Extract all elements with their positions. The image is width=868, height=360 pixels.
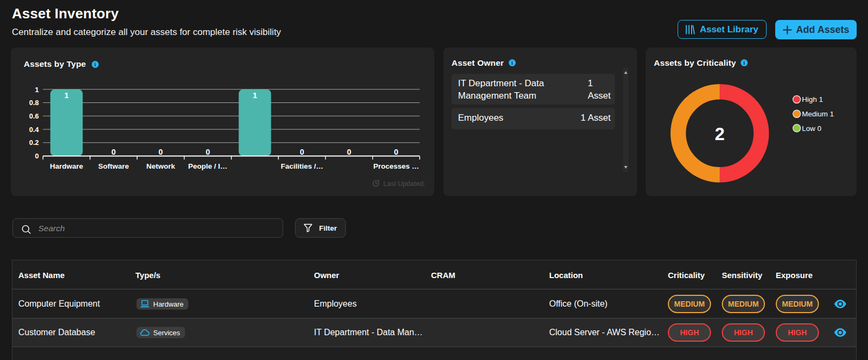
svg-text:0.6: 0.6 bbox=[29, 112, 39, 120]
svg-text:0: 0 bbox=[206, 148, 210, 156]
svg-text:0: 0 bbox=[394, 148, 398, 156]
svg-text:0: 0 bbox=[300, 148, 304, 156]
svg-text:High 1: High 1 bbox=[802, 95, 823, 103]
svg-text:Last Updated:: Last Updated: bbox=[384, 180, 426, 188]
svg-text:Software: Software bbox=[98, 162, 129, 170]
svg-text:0: 0 bbox=[159, 148, 163, 156]
svg-text:1: 1 bbox=[35, 86, 39, 94]
svg-text:0.4: 0.4 bbox=[29, 126, 39, 134]
svg-text:Hardware: Hardware bbox=[50, 162, 84, 170]
svg-text:2: 2 bbox=[715, 124, 725, 144]
svg-text:1: 1 bbox=[252, 91, 257, 100]
svg-text:1: 1 bbox=[64, 91, 69, 100]
svg-text:Low 0: Low 0 bbox=[802, 124, 822, 133]
svg-text:Network: Network bbox=[146, 162, 175, 170]
svg-text:0: 0 bbox=[347, 148, 351, 156]
svg-text:Facilities /…: Facilities /… bbox=[281, 162, 323, 170]
svg-text:People / I…: People / I… bbox=[188, 162, 228, 170]
svg-text:0.8: 0.8 bbox=[29, 99, 39, 107]
svg-text:Medium 1: Medium 1 bbox=[802, 110, 834, 118]
svg-text:0.2: 0.2 bbox=[29, 139, 39, 147]
svg-text:Processes …: Processes … bbox=[373, 162, 419, 170]
svg-text:0: 0 bbox=[112, 148, 116, 156]
svg-text:0: 0 bbox=[35, 152, 39, 160]
